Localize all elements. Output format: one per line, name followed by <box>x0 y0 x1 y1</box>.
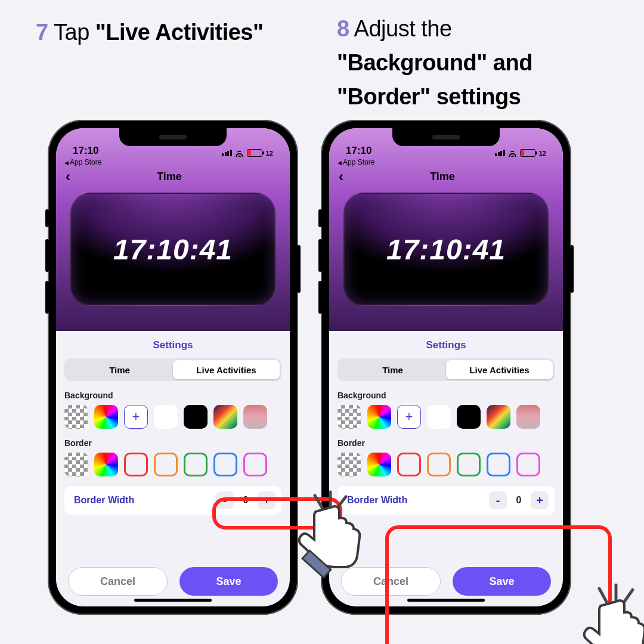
bg-swatch-transparent[interactable] <box>64 405 88 429</box>
svg-line-4 <box>599 589 606 602</box>
stepper-plus[interactable]: + <box>258 491 275 509</box>
caption-step7: 7 Tap "Live Activities" <box>36 12 319 114</box>
pointer-hand-icon <box>567 585 644 644</box>
border-swatch-green[interactable] <box>457 453 481 476</box>
stepper-value: 0 <box>512 495 526 506</box>
bg-swatch-add[interactable]: + <box>397 405 421 429</box>
bg-swatch-black[interactable] <box>184 405 208 429</box>
stepper-value: 0 <box>239 495 253 506</box>
border-swatch-red[interactable] <box>397 453 421 476</box>
caption-step8: 8 Adjust the "Background" and "Border" s… <box>319 12 620 114</box>
background-label: Background <box>338 391 555 400</box>
tab-live-activities[interactable]: Live Activities <box>173 360 280 379</box>
border-width-stepper: - 0 + <box>216 491 275 509</box>
border-swatch-magenta[interactable] <box>243 453 267 476</box>
border-swatch-blue[interactable] <box>487 453 510 476</box>
stepper-minus[interactable]: - <box>489 491 507 509</box>
border-width-row: Border Width - 0 + <box>64 486 281 515</box>
bg-swatch-gradient2[interactable] <box>516 405 540 429</box>
step7-number: 7 <box>36 20 48 45</box>
battery-icon <box>247 149 262 157</box>
battery-percent: 12 <box>266 150 273 157</box>
border-swatch-transparent[interactable] <box>64 453 88 476</box>
save-button[interactable]: Save <box>453 567 551 596</box>
step8-line1: Adjust the <box>354 16 452 41</box>
nav-title: Time <box>70 171 268 183</box>
bg-swatch-white[interactable] <box>154 405 178 429</box>
status-time: 17:10 <box>73 145 98 157</box>
battery-icon <box>520 149 535 157</box>
border-label: Border <box>338 438 555 448</box>
settings-heading: Settings <box>64 339 281 351</box>
stepper-minus[interactable]: - <box>216 491 234 509</box>
background-swatches: + <box>64 405 281 429</box>
border-swatch-orange[interactable] <box>154 453 178 476</box>
save-button[interactable]: Save <box>179 567 278 596</box>
border-label: Border <box>64 438 281 448</box>
border-swatches <box>338 453 555 476</box>
step8-number: 8 <box>337 16 349 41</box>
segmented-control[interactable]: Time Live Activities <box>338 358 555 381</box>
border-swatch-transparent[interactable] <box>338 453 361 476</box>
border-swatch-green[interactable] <box>184 453 208 476</box>
phone-left: 17:10 12 App Store ‹ Time <box>48 120 298 615</box>
cancel-button[interactable]: Cancel <box>341 567 441 596</box>
settings-heading: Settings <box>338 339 555 351</box>
back-chevron-icon[interactable]: ‹ <box>66 168 70 185</box>
border-swatch-orange[interactable] <box>427 453 451 476</box>
signal-icon <box>495 150 505 156</box>
border-swatch-red[interactable] <box>124 453 148 476</box>
back-chevron-icon[interactable]: ‹ <box>339 168 343 185</box>
back-to-app[interactable]: App Store <box>56 158 290 166</box>
notch <box>392 128 500 146</box>
cancel-button[interactable]: Cancel <box>68 567 168 596</box>
step7-text-pre: Tap <box>54 20 95 45</box>
clock-preview: 17:10:41 <box>70 193 275 306</box>
border-width-stepper: - 0 + <box>489 491 549 509</box>
phone-right: 17:10 12 App Store ‹ Time <box>321 120 571 615</box>
wifi-icon <box>507 149 518 157</box>
bg-swatch-transparent[interactable] <box>338 405 361 429</box>
border-swatches <box>64 453 281 476</box>
caption-row: 7 Tap "Live Activities" 8 Adjust the "Ba… <box>0 0 644 114</box>
clock-preview: 17:10:41 <box>343 193 549 306</box>
background-label: Background <box>64 391 281 400</box>
home-indicator <box>134 599 212 602</box>
border-swatch-blue[interactable] <box>213 453 237 476</box>
bg-swatch-add[interactable]: + <box>124 405 148 429</box>
tab-time[interactable]: Time <box>66 360 173 379</box>
battery-percent: 12 <box>539 150 546 157</box>
background-swatches: + <box>338 405 555 429</box>
bg-swatch-gradient2[interactable] <box>243 405 267 429</box>
border-swatch-rainbow[interactable] <box>94 453 118 476</box>
step8-line2: "Background" and <box>337 46 620 80</box>
tab-time[interactable]: Time <box>339 360 446 379</box>
bg-swatch-rainbow[interactable] <box>94 405 118 429</box>
nav-title: Time <box>343 171 541 183</box>
tab-live-activities[interactable]: Live Activities <box>446 360 553 379</box>
back-to-app[interactable]: App Store <box>329 158 563 166</box>
clock-time: 17:10:41 <box>113 233 233 266</box>
status-time: 17:10 <box>346 145 371 157</box>
bg-swatch-rainbow[interactable] <box>367 405 391 429</box>
bg-swatch-gradient1[interactable] <box>487 405 510 429</box>
border-swatch-rainbow[interactable] <box>367 453 391 476</box>
step8-line3: "Border" settings <box>337 80 620 114</box>
segmented-control[interactable]: Time Live Activities <box>64 358 281 381</box>
svg-line-6 <box>624 590 633 602</box>
clock-time: 17:10:41 <box>386 233 506 266</box>
border-width-row: Border Width - 0 + <box>338 486 555 515</box>
bg-swatch-gradient1[interactable] <box>213 405 237 429</box>
border-width-label: Border Width <box>74 495 216 506</box>
border-width-label: Border Width <box>347 495 489 506</box>
bg-swatch-white[interactable] <box>427 405 451 429</box>
step7-text-strong: "Live Activities" <box>95 20 264 45</box>
border-swatch-magenta[interactable] <box>516 453 540 476</box>
notch <box>119 128 227 146</box>
home-indicator <box>407 599 485 602</box>
stepper-plus[interactable]: + <box>531 491 549 509</box>
bg-swatch-black[interactable] <box>457 405 481 429</box>
signal-icon <box>222 150 232 156</box>
wifi-icon <box>234 149 244 157</box>
